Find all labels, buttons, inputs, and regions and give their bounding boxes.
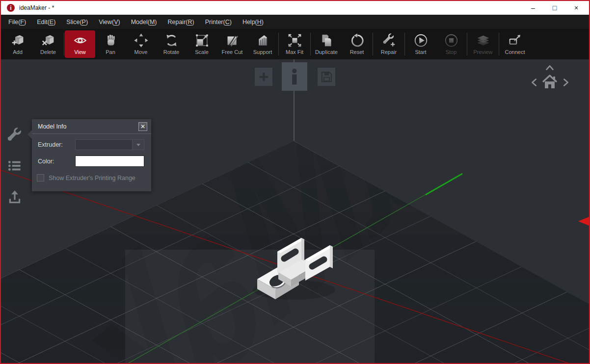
toolbar-label: Preview xyxy=(473,49,492,55)
home-view-button[interactable] xyxy=(541,73,559,90)
menu-slice[interactable]: Slice(P) xyxy=(61,19,93,26)
menu-bar: File(F)Edit(E)Slice(P)View(V)Model(M)Rep… xyxy=(1,15,589,29)
extruder-dropdown xyxy=(75,139,144,150)
menu-repair[interactable]: Repair(R) xyxy=(162,19,199,26)
toolbar-duplicate-button[interactable]: Duplicate xyxy=(311,30,342,58)
toolbar-free-cut-button[interactable]: Free Cut xyxy=(217,30,247,58)
window-controls: –□× xyxy=(522,1,587,15)
save-icon xyxy=(318,68,335,86)
menu-edit[interactable]: Edit(E) xyxy=(31,19,61,26)
menu-model[interactable]: Model(M) xyxy=(126,19,162,26)
export-model-button[interactable] xyxy=(6,188,23,205)
plus-icon xyxy=(255,68,272,86)
maximize-button[interactable]: □ xyxy=(544,1,565,15)
menu-file[interactable]: File(F) xyxy=(3,19,31,26)
support-icon xyxy=(256,33,270,48)
close-button[interactable]: × xyxy=(565,1,587,15)
delete-icon xyxy=(41,33,55,48)
color-label: Color: xyxy=(38,158,75,165)
extruder-label: Extruder: xyxy=(38,141,75,148)
toolbar-label: Reset xyxy=(350,49,364,55)
close-icon[interactable]: ✕ xyxy=(138,122,147,131)
move-icon xyxy=(134,33,148,48)
preview-icon xyxy=(476,33,490,48)
toolbar-delete-button[interactable]: Delete xyxy=(33,30,63,58)
rotate-left-button[interactable] xyxy=(529,77,540,88)
dialog-header: Model Info ✕ xyxy=(32,119,151,134)
y-axis-arrow xyxy=(426,174,462,195)
toolbar-add-button[interactable]: Add xyxy=(2,30,33,58)
toolbar-label: View xyxy=(74,49,86,55)
window-title: ideaMaker - * xyxy=(19,4,54,11)
toolbar-separator xyxy=(373,33,373,55)
view-icon xyxy=(73,33,87,48)
toolbar-support-button[interactable]: Support xyxy=(247,30,278,58)
toolbar-reset-button[interactable]: Reset xyxy=(342,30,372,58)
toolbar-label: Repair xyxy=(381,49,397,55)
toolbar-label: Duplicate xyxy=(315,49,338,55)
toolbar-label: Pan xyxy=(106,49,115,55)
toolbar-label: Delete xyxy=(40,49,56,55)
toolbar-label: Max Fit xyxy=(286,49,303,55)
toolbar-label: Rotate xyxy=(163,49,179,55)
toolbar-max-fit-button[interactable]: Max Fit xyxy=(279,30,310,58)
rotate-icon xyxy=(164,33,179,48)
show-range-label: Show Extruder's Printing Range xyxy=(49,175,135,182)
toolbar-pan-button[interactable]: Pan xyxy=(95,30,126,58)
menu-printer[interactable]: Printer(C) xyxy=(200,19,237,26)
list-icon xyxy=(6,157,23,174)
rotate-right-button[interactable] xyxy=(560,77,571,88)
left-tool-rail xyxy=(6,127,23,205)
start-icon xyxy=(414,33,428,48)
max-fit-icon xyxy=(288,33,302,48)
menu-help[interactable]: Help(H) xyxy=(237,19,269,26)
viewport-3d-scene[interactable]: ideaMaker xyxy=(1,59,589,363)
dialog-title: Model Info xyxy=(38,123,66,130)
toolbar-start-button[interactable]: Start xyxy=(405,30,436,58)
upload-icon xyxy=(6,188,23,205)
color-swatch[interactable] xyxy=(75,156,144,167)
title-bar: i ideaMaker - * –□× xyxy=(1,1,589,15)
toolbar-move-button[interactable]: Move xyxy=(126,30,156,58)
add-model-button[interactable] xyxy=(255,68,272,86)
minimize-button[interactable]: – xyxy=(522,1,544,15)
toolbar-label: Add xyxy=(13,49,23,55)
build-plate-watermark: ideaMaker xyxy=(1,59,589,363)
scale-icon xyxy=(195,33,209,48)
pan-icon xyxy=(104,33,118,48)
model-list-button[interactable] xyxy=(6,157,23,174)
toolbar-connect-button[interactable]: Connect xyxy=(500,30,530,58)
toolbar-label: Scale xyxy=(195,49,209,55)
chevron-icon xyxy=(529,77,540,88)
dialog-pointer xyxy=(27,130,32,139)
model-info-button[interactable] xyxy=(282,62,307,91)
x-axis-arrow xyxy=(578,217,589,226)
app-window: i ideaMaker - * –□× File(F)Edit(E)Slice(… xyxy=(0,0,590,364)
toolbar-separator xyxy=(278,33,279,55)
connect-icon xyxy=(508,33,522,48)
toolbar-separator xyxy=(310,33,311,55)
toolbar-label: Stop xyxy=(446,49,457,55)
model-info-dialog: Model Info ✕ Extruder: Color: Show Extru… xyxy=(32,119,151,191)
save-model-button[interactable] xyxy=(318,68,335,86)
color-row: Color: xyxy=(38,156,144,167)
home-icon xyxy=(541,73,559,90)
duplicate-icon xyxy=(320,33,334,48)
viewport: ideaMaker xyxy=(1,59,589,363)
toolbar-scale-button[interactable]: Scale xyxy=(187,30,217,58)
toolbar-separator xyxy=(467,33,467,55)
chevron-down-icon xyxy=(136,144,140,146)
chevron-icon xyxy=(560,77,571,88)
printing-range-row: Show Extruder's Printing Range xyxy=(37,174,145,182)
toolbar-label: Move xyxy=(134,49,148,55)
toolbar-repair-button[interactable]: Repair xyxy=(374,30,404,58)
menu-view[interactable]: View(V) xyxy=(93,19,126,26)
info-icon xyxy=(282,62,307,91)
toolbar-view-button[interactable]: View xyxy=(65,30,95,58)
show-range-checkbox xyxy=(37,174,44,182)
model-settings-button[interactable] xyxy=(6,127,23,143)
toolbar-stop-button: Stop xyxy=(436,30,466,58)
toolbar-rotate-button[interactable]: Rotate xyxy=(156,30,187,58)
rotate-up-button[interactable] xyxy=(544,62,556,73)
toolbar-label: Connect xyxy=(505,49,525,55)
